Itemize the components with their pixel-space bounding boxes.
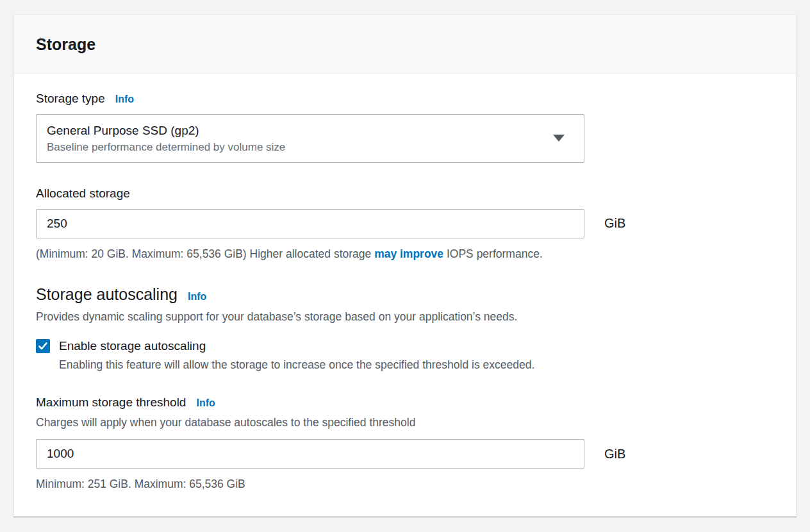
- max-threshold-unit: GiB: [604, 447, 625, 461]
- storage-panel: Storage Storage type Info General Purpos…: [13, 14, 797, 517]
- autoscaling-heading: Storage autoscaling: [36, 285, 178, 304]
- max-threshold-input[interactable]: [36, 439, 584, 469]
- may-improve-link[interactable]: may improve: [374, 247, 443, 260]
- storage-type-selected-title: General Purpose SSD (gp2): [47, 122, 285, 140]
- storage-type-selected-description: Baseline performance determined by volum…: [47, 140, 285, 154]
- panel-header: Storage: [14, 15, 796, 74]
- storage-type-info-link[interactable]: Info: [115, 94, 134, 105]
- allocated-storage-unit: GiB: [604, 216, 625, 231]
- storage-type-select[interactable]: General Purpose SSD (gp2) Baseline perfo…: [36, 114, 584, 163]
- allocated-storage-helper: (Minimum: 20 GiB. Maximum: 65,536 GiB) H…: [36, 246, 774, 262]
- autoscaling-info-link[interactable]: Info: [188, 291, 206, 303]
- autoscaling-heading-row: Storage autoscaling Info: [36, 285, 774, 304]
- max-threshold-info-link[interactable]: Info: [196, 397, 215, 409]
- allocated-storage-label-row: Allocated storage: [36, 187, 774, 201]
- allocated-storage-helper-prefix: (Minimum: 20 GiB. Maximum: 65,536 GiB) H…: [36, 247, 374, 260]
- enable-autoscaling-description: Enabling this feature will allow the sto…: [59, 357, 540, 373]
- max-threshold-helper: Minimum: 251 GiB. Maximum: 65,536 GiB: [36, 476, 774, 492]
- page-title: Storage: [36, 35, 774, 54]
- allocated-storage-input-row: GiB: [36, 209, 774, 238]
- storage-type-label: Storage type: [36, 92, 105, 106]
- chevron-down-icon: [553, 135, 565, 142]
- max-threshold-block: Maximum storage threshold Info Charges w…: [36, 395, 774, 493]
- allocated-storage-helper-suffix: IOPS performance.: [443, 247, 543, 260]
- storage-type-label-row: Storage type Info: [36, 92, 774, 106]
- storage-type-selected-option: General Purpose SSD (gp2) Baseline perfo…: [47, 122, 285, 154]
- max-threshold-description: Charges will apply when your database au…: [36, 415, 774, 431]
- enable-autoscaling-label[interactable]: Enable storage autoscaling: [59, 339, 206, 353]
- max-threshold-label-row: Maximum storage threshold Info: [36, 395, 774, 410]
- enable-autoscaling-checkbox[interactable]: [36, 339, 50, 353]
- checkmark-icon: [38, 342, 47, 350]
- max-threshold-input-row: GiB: [36, 439, 774, 469]
- enable-autoscaling-row: Enable storage autoscaling: [36, 339, 774, 353]
- allocated-storage-input[interactable]: [36, 209, 584, 238]
- allocated-storage-label: Allocated storage: [36, 187, 130, 201]
- max-threshold-label: Maximum storage threshold: [36, 395, 186, 410]
- panel-body: Storage type Info General Purpose SSD (g…: [14, 74, 796, 510]
- autoscaling-description: Provides dynamic scaling support for you…: [36, 309, 774, 325]
